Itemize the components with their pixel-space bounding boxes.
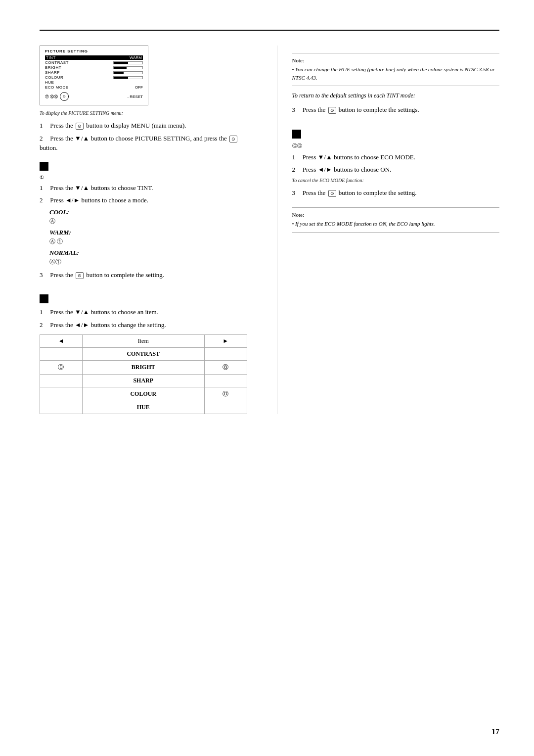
normal-label: NORMAL: bbox=[49, 249, 247, 257]
ps-row-eco: ECO MODE OFF bbox=[45, 85, 143, 90]
ps-row-tint: TINT WARM bbox=[45, 55, 143, 60]
eco-step-num-3: 3 bbox=[292, 188, 301, 198]
ps-value-eco: OFF bbox=[135, 85, 143, 90]
note-bottom: Note: • If you set the ECO MODE function… bbox=[292, 207, 500, 233]
tint-step-2: 2 Press ◄/► buttons to choose a mode. bbox=[40, 195, 247, 205]
ok-btn-icon-eco3: ⊙ bbox=[328, 190, 336, 197]
warm-label: WARM: bbox=[49, 229, 247, 236]
tint-symbol: ① bbox=[40, 175, 247, 180]
table-row: Ⓓ BRIGHT Ⓑ bbox=[40, 361, 247, 375]
page-number: 17 bbox=[491, 727, 499, 736]
step-2: 2 Press the ▼/▲ button to choose PICTURE… bbox=[40, 134, 247, 153]
eco-step-3: 3 Press the ⊙ button to complete the set… bbox=[292, 188, 500, 198]
ps-label-tint: TINT bbox=[46, 55, 78, 60]
ps-caption: To display the PICTURE SETTING menu: bbox=[40, 110, 247, 116]
note-bottom-label: Note: bbox=[292, 212, 500, 218]
bar-fill bbox=[114, 62, 128, 64]
note-bottom-text: • If you set the ECO MODE function to ON… bbox=[292, 220, 500, 228]
table-cell-colour-left bbox=[40, 387, 83, 401]
eco-cancel-label: To cancel the ECO MODE function: bbox=[292, 178, 500, 183]
table-row: SHARP bbox=[40, 375, 247, 387]
ok-btn-icon-r3: ⊙ bbox=[328, 107, 336, 114]
table-cell-bright-left: Ⓓ bbox=[40, 361, 83, 375]
step-2-content: Press the ▼/▲ button to choose PICTURE S… bbox=[40, 135, 238, 152]
step-num-2: 2 bbox=[40, 134, 48, 143]
italic-note-tint: To return to the default settings in eac… bbox=[292, 91, 500, 100]
table-cell-bright-right: Ⓑ bbox=[204, 361, 247, 375]
top-rule bbox=[40, 30, 499, 31]
bar-track-bright bbox=[113, 66, 143, 69]
section-block-eco bbox=[292, 130, 301, 139]
warm-note: Ⓐ ① bbox=[49, 237, 247, 246]
ps-reset-label: - RESET bbox=[127, 94, 143, 99]
step-1-content: Press the ⊙ button to display MENU (main… bbox=[50, 122, 186, 129]
ps-row-hue: HUE bbox=[45, 80, 143, 85]
eco-step-num-2: 2 bbox=[292, 165, 301, 175]
bar-track-colour bbox=[113, 76, 143, 79]
ps-icon-circle: ⊙ bbox=[60, 92, 69, 101]
table-cell-colour-right: Ⓓ bbox=[204, 387, 247, 401]
tint-step-1: 1 Press the ▼/▲ buttons to choose TINT. bbox=[40, 183, 247, 193]
table-col-left: ◄ bbox=[40, 335, 83, 348]
table-cell-sharp-left bbox=[40, 375, 83, 387]
eco-step-2: 2 Press ◄/► buttons to choose ON. bbox=[292, 165, 500, 175]
sch-step-2: 2 Press the ◄/► buttons to change the se… bbox=[40, 320, 247, 330]
ps-label-bright: BRIGHT bbox=[45, 65, 77, 70]
bar-fill-sharp bbox=[114, 72, 124, 74]
sch-step-num-1: 1 bbox=[40, 307, 48, 317]
table-cell-contrast-right bbox=[204, 348, 247, 361]
main-content: PICTURE SETTING TINT WARM CONTRAST BRIGH… bbox=[40, 46, 499, 414]
tint-step-2-content: Press ◄/► buttons to choose a mode. bbox=[50, 196, 148, 204]
section-sch-header bbox=[40, 294, 247, 303]
ps-title: PICTURE SETTING bbox=[45, 49, 143, 53]
ok-btn-icon: ⊙ bbox=[76, 123, 84, 130]
table-col-item: Item bbox=[82, 335, 204, 348]
ps-row-colour: COLOUR bbox=[45, 75, 143, 80]
eco-symbol: ⒸⒹ bbox=[292, 142, 500, 149]
item-table: ◄ Item ► CONTRAST Ⓓ BRIGHT Ⓑ bbox=[40, 334, 247, 414]
ok-btn-icon-2: ⊙ bbox=[229, 136, 237, 142]
ps-label-sharp: SHARP bbox=[45, 70, 77, 75]
ps-icon-nums: ⑰ ⑩⑩ bbox=[45, 94, 58, 99]
bar-fill-bright bbox=[114, 67, 127, 69]
eco-step-num-1: 1 bbox=[292, 152, 301, 162]
tint-step-3-content: Press the ⊙ button to complete the setti… bbox=[50, 271, 164, 279]
eco-step-1-content: Press ▼/▲ buttons to choose ECO MODE. bbox=[303, 153, 415, 161]
section-block-tint bbox=[40, 162, 48, 171]
section-eco-header bbox=[292, 130, 500, 139]
ps-row-sharp: SHARP bbox=[45, 70, 143, 75]
right-step-num-3: 3 bbox=[292, 105, 301, 115]
step-num-1: 1 bbox=[40, 121, 48, 131]
left-column: PICTURE SETTING TINT WARM CONTRAST BRIGH… bbox=[40, 46, 257, 414]
table-cell-bright-item: BRIGHT bbox=[82, 361, 204, 375]
cool-note: Ⓐ bbox=[49, 217, 247, 226]
sch-step-2-content: Press the ◄/► buttons to change the sett… bbox=[50, 321, 166, 329]
section-block-sch bbox=[40, 294, 48, 303]
picture-setting-box: PICTURE SETTING TINT WARM CONTRAST BRIGH… bbox=[40, 46, 148, 105]
right-step-3: 3 Press the ⊙ button to complete the set… bbox=[292, 105, 500, 115]
bar-fill-colour bbox=[114, 77, 128, 79]
ps-bar-bright bbox=[113, 66, 143, 69]
table-cell-contrast-item: CONTRAST bbox=[82, 348, 204, 361]
ps-label-contrast: CONTRAST bbox=[45, 60, 77, 65]
table-cell-sharp-item: SHARP bbox=[82, 375, 204, 387]
ps-bar-colour bbox=[113, 76, 143, 79]
ok-btn-icon-3: ⊙ bbox=[76, 272, 84, 279]
sch-step-num-2: 2 bbox=[40, 320, 48, 330]
tint-step-3: 3 Press the ⊙ button to complete the set… bbox=[40, 270, 247, 280]
ps-icons: ⑰ ⑩⑩ ⊙ bbox=[45, 92, 69, 101]
ps-bar-contrast bbox=[113, 61, 143, 64]
sch-step-1-content: Press the ▼/▲ buttons to choose an item. bbox=[50, 308, 158, 316]
table-col-right: ► bbox=[204, 335, 247, 348]
note-top-text: • You can change the HUE setting (pictur… bbox=[292, 65, 500, 82]
ps-label-colour: COLOUR bbox=[45, 75, 77, 80]
note-top: Note: • You can change the HUE setting (… bbox=[292, 53, 500, 86]
note-top-label: Note: bbox=[292, 57, 500, 63]
ps-label-hue: HUE bbox=[45, 80, 77, 85]
step-1: 1 Press the ⊙ button to display MENU (ma… bbox=[40, 121, 247, 131]
ps-bar-sharp bbox=[113, 71, 143, 74]
ps-value-tint: WARM bbox=[130, 55, 142, 60]
ps-row-contrast: CONTRAST bbox=[45, 60, 143, 65]
ps-row-bright: BRIGHT bbox=[45, 65, 143, 70]
ps-label-eco: ECO MODE bbox=[45, 85, 77, 90]
